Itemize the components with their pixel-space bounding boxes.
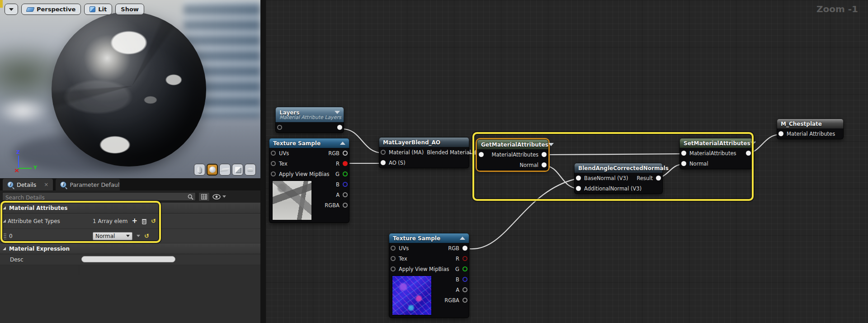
pin-label: RGBA	[444, 297, 459, 304]
show-button[interactable]: Show	[115, 4, 144, 15]
panel-splitter[interactable]	[260, 0, 266, 323]
preview-plane-button[interactable]	[219, 164, 231, 176]
chevron-down-icon[interactable]	[750, 142, 756, 145]
tab-parameter-defaults[interactable]: i Parameter Defaults	[56, 179, 120, 190]
node-blend-angle-corrected-normals[interactable]: BlendAngleCorrectedNormals BaseNormal (V…	[574, 163, 663, 194]
uvs-input-pin[interactable]	[391, 246, 396, 251]
mipbias-input-pin[interactable]	[271, 171, 276, 176]
node-texture-sample-normal[interactable]: Texture Sample RGB R G B A RGBA UVs Tex …	[389, 233, 469, 318]
teapot-icon	[247, 168, 253, 172]
desc-input[interactable]	[81, 256, 175, 262]
materialattributes-input-pin[interactable]	[681, 151, 686, 156]
material-ma-input-pin[interactable]	[381, 150, 386, 155]
r-output-pin[interactable]	[462, 256, 467, 261]
b-output-pin[interactable]	[462, 277, 467, 282]
preview-cylinder-button[interactable]	[194, 164, 205, 176]
layers-input-pin[interactable]	[277, 125, 282, 130]
chevron-down-icon[interactable]	[548, 143, 554, 146]
a-output-pin[interactable]	[343, 192, 348, 197]
node-title: Texture Sample	[393, 235, 440, 242]
preview-cube-button[interactable]	[232, 164, 243, 176]
element-0-value-col: Normal ↺	[93, 232, 149, 240]
a-output-pin[interactable]	[462, 287, 467, 292]
material-attributes-input-pin[interactable]	[778, 131, 783, 136]
input-pins: UVs Tex Apply View MipBias	[269, 148, 324, 179]
tab-details[interactable]: i Details ×	[3, 179, 53, 190]
axis-z-label: Z	[16, 149, 20, 155]
preview-sphere-button[interactable]	[207, 164, 218, 176]
trash-icon[interactable]	[142, 218, 147, 224]
section-material-expression[interactable]: Material Expression	[0, 243, 260, 254]
reset-to-default-icon[interactable]: ↺	[151, 218, 156, 224]
preview-mesh-button[interactable]	[245, 164, 256, 176]
node-layers-header[interactable]: Layers Material Attribute Layers	[275, 107, 344, 122]
uvs-input-pin[interactable]	[271, 151, 276, 156]
rgb-output-pin[interactable]	[343, 151, 348, 156]
details-panel: Material Attributes Attribute Get Types …	[0, 203, 260, 323]
node-header[interactable]: SetMaterialAttributes	[679, 138, 753, 148]
close-icon[interactable]: ×	[44, 181, 48, 188]
perspective-button[interactable]: Perspective	[21, 4, 81, 15]
attribute-type-dropdown[interactable]: Normal	[93, 232, 132, 240]
chevron-up-icon[interactable]	[460, 237, 465, 240]
node-matlayerblend-ao[interactable]: MatLayerBlend_AO Material (MA) Blended M…	[379, 137, 469, 168]
tex-input-pin[interactable]	[391, 256, 396, 261]
display-filter-button[interactable]	[198, 192, 210, 201]
tex-input-pin[interactable]	[271, 161, 276, 166]
g-output-pin[interactable]	[343, 171, 348, 176]
node-layers[interactable]: Layers Material Attribute Layers	[275, 107, 344, 133]
node-get-material-attributes[interactable]: GetMaterialAttributes MaterialAttributes…	[477, 139, 548, 171]
additionalnormal-input-pin[interactable]	[576, 186, 581, 191]
node-set-material-attributes[interactable]: SetMaterialAttributes MaterialAttributes…	[679, 138, 753, 169]
result-output-pin[interactable]	[656, 176, 661, 180]
layers-output-pin[interactable]	[337, 125, 342, 130]
node-header[interactable]: Texture Sample	[389, 233, 469, 243]
pin-label: Material (MA)	[389, 149, 424, 156]
pin-label: MaterialAttributes	[492, 152, 539, 158]
search-details-input[interactable]	[3, 194, 195, 202]
collapse-icon[interactable]	[3, 219, 6, 223]
material-preview-sphere[interactable]	[52, 12, 206, 166]
chevron-down-icon[interactable]	[137, 235, 140, 237]
rgba-output-pin[interactable]	[462, 298, 467, 303]
chevron-down-icon[interactable]	[335, 111, 340, 114]
pin-label: UVs	[279, 150, 289, 157]
attributes-output-pin[interactable]	[746, 151, 751, 156]
reset-to-default-icon[interactable]: ↺	[144, 233, 149, 239]
node-header[interactable]: BlendAngleCorrectedNormals	[574, 163, 663, 173]
section-material-attributes[interactable]: Material Attributes	[0, 203, 260, 214]
attribute-get-types-row: Attribute Get Types 1 Array elem + ↺	[0, 214, 260, 229]
material-graph-canvas[interactable]: Zoom -1 Layers Material Attribute Layers	[266, 0, 868, 323]
b-output-pin[interactable]	[343, 182, 348, 187]
view-options-button[interactable]	[212, 194, 226, 200]
r-output-pin[interactable]	[343, 161, 348, 166]
mipbias-input-pin[interactable]	[391, 266, 396, 271]
lit-button[interactable]: Lit	[84, 4, 112, 15]
chevron-up-icon[interactable]	[340, 142, 345, 145]
preview-viewport[interactable]: Perspective Lit Show Z Y	[0, 0, 260, 178]
ao-s-input-pin[interactable]	[381, 160, 386, 165]
normal-input-pin[interactable]	[681, 161, 686, 166]
node-texture-sample-ao[interactable]: Texture Sample RGB R G B A RGBA UVs Tex …	[269, 138, 349, 223]
node-header[interactable]: M_Chestplate	[777, 119, 844, 128]
add-element-icon[interactable]: +	[132, 218, 137, 224]
rgb-output-pin[interactable]	[462, 246, 467, 251]
search-box	[2, 192, 196, 201]
basenormal-input-pin[interactable]	[576, 176, 581, 180]
node-header[interactable]: MatLayerBlend_AO	[379, 137, 469, 147]
attributes-input-pin[interactable]	[479, 152, 484, 157]
node-m-chestplate[interactable]: M_Chestplate Material Attributes	[777, 119, 844, 139]
pin-label: RGB	[448, 245, 459, 252]
details-info-icon: i	[7, 181, 14, 188]
node-header[interactable]: Texture Sample	[269, 138, 349, 148]
materialattributes-output-pin[interactable]	[542, 152, 547, 157]
lit-label: Lit	[98, 6, 107, 13]
node-header[interactable]: GetMaterialAttributes	[477, 139, 548, 149]
viewport-options-button[interactable]	[5, 4, 18, 15]
rgba-output-pin[interactable]	[343, 203, 348, 208]
axis-x-mark	[14, 169, 19, 172]
normal-output-pin[interactable]	[542, 162, 547, 167]
node-title: MatLayerBlend_AO	[383, 139, 440, 146]
drag-handle-icon[interactable]	[4, 233, 6, 239]
g-output-pin[interactable]	[462, 266, 467, 271]
